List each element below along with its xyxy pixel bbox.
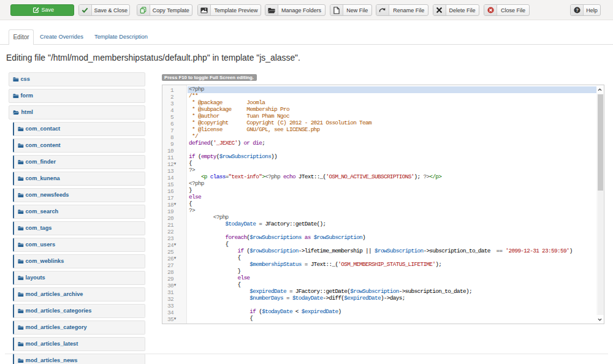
svg-text:?: ?	[576, 7, 579, 13]
